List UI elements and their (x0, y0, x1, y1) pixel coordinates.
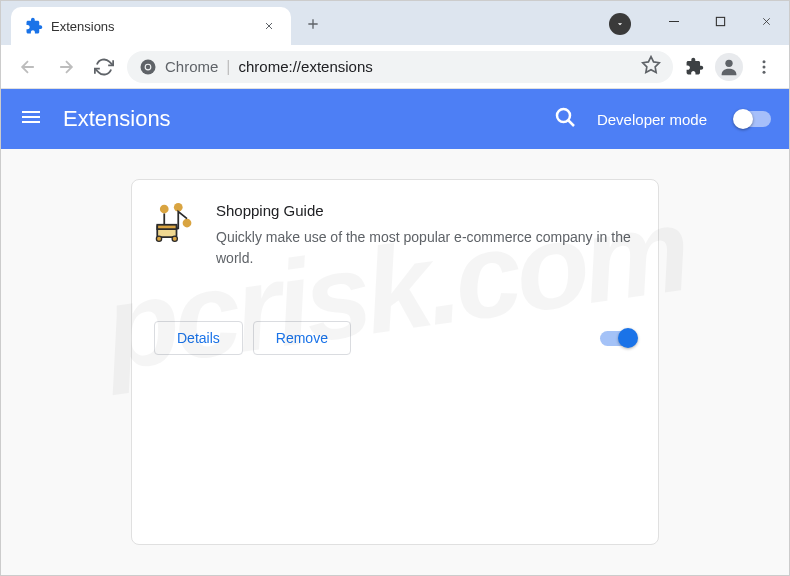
extension-body: Shopping Guide Quickly make use of the m… (132, 180, 658, 309)
svg-point-7 (763, 60, 766, 63)
dropdown-icon[interactable] (609, 13, 631, 35)
url-divider: | (226, 58, 230, 76)
back-button[interactable] (13, 52, 43, 82)
svg-point-10 (557, 109, 570, 122)
details-button[interactable]: Details (154, 321, 243, 355)
svg-point-11 (160, 205, 169, 214)
svg-rect-15 (157, 225, 176, 229)
hamburger-menu-icon[interactable] (19, 105, 43, 133)
svg-point-4 (146, 64, 151, 69)
forward-button[interactable] (51, 52, 81, 82)
extension-enable-toggle[interactable] (600, 331, 636, 346)
url-field[interactable]: Chrome | chrome://extensions (127, 51, 673, 83)
page-title: Extensions (63, 106, 533, 132)
svg-rect-0 (669, 21, 679, 22)
browser-window: Extensions (0, 0, 790, 576)
svg-point-17 (172, 236, 177, 241)
svg-point-16 (156, 236, 161, 241)
toggle-knob (733, 109, 753, 129)
developer-mode-toggle[interactable] (735, 111, 771, 127)
titlebar: Extensions (1, 1, 789, 45)
url-text: chrome://extensions (239, 58, 373, 75)
svg-rect-1 (716, 17, 724, 25)
extension-puzzle-icon (25, 17, 43, 35)
chrome-icon (139, 58, 157, 76)
remove-button[interactable]: Remove (253, 321, 351, 355)
minimize-button[interactable] (651, 4, 697, 38)
svg-point-6 (725, 59, 732, 66)
search-icon[interactable] (553, 105, 577, 133)
svg-point-12 (174, 203, 183, 212)
maximize-button[interactable] (697, 4, 743, 38)
new-tab-button[interactable] (305, 14, 321, 37)
extension-card: Shopping Guide Quickly make use of the m… (131, 179, 659, 545)
profile-avatar-icon[interactable] (715, 53, 743, 81)
browser-menu-icon[interactable] (751, 54, 777, 80)
developer-mode-label: Developer mode (597, 111, 707, 128)
extension-description: Quickly make use of the most popular e-c… (216, 227, 638, 269)
extensions-content: Shopping Guide Quickly make use of the m… (1, 149, 789, 575)
svg-point-13 (183, 219, 192, 228)
extensions-header: Extensions Developer mode (1, 89, 789, 149)
address-bar: Chrome | chrome://extensions (1, 45, 789, 89)
extension-app-icon (152, 202, 194, 244)
extension-info: Shopping Guide Quickly make use of the m… (216, 202, 638, 269)
window-controls (651, 4, 789, 38)
svg-point-8 (763, 65, 766, 68)
extension-name: Shopping Guide (216, 202, 638, 219)
bookmark-star-icon[interactable] (641, 55, 661, 79)
url-prefix: Chrome (165, 58, 218, 75)
tab-title: Extensions (51, 19, 253, 34)
reload-button[interactable] (89, 52, 119, 82)
browser-tab[interactable]: Extensions (11, 7, 291, 45)
extension-footer: Details Remove (132, 309, 658, 373)
svg-marker-5 (643, 56, 660, 72)
svg-point-9 (763, 70, 766, 73)
extension-toggle-knob (618, 328, 638, 348)
close-window-button[interactable] (743, 4, 789, 38)
tab-close-icon[interactable] (261, 18, 277, 34)
extensions-toolbar-icon[interactable] (681, 54, 707, 80)
